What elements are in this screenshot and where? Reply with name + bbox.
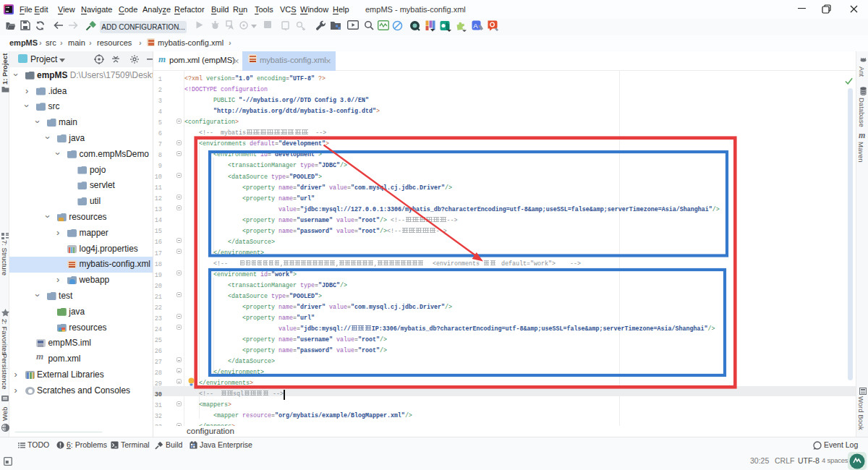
svg-text:A: A	[473, 22, 478, 30]
